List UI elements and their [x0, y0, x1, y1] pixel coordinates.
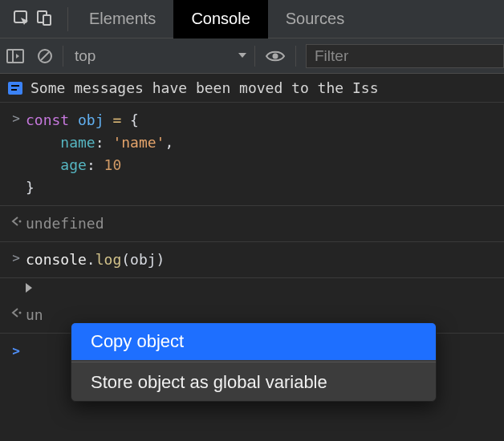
- console-return-value: undefined: [26, 212, 104, 235]
- issues-banner-text: Some messages have been moved to the Iss: [30, 79, 378, 96]
- filter-placeholder: Filter: [315, 47, 348, 65]
- tab-label: Sources: [286, 10, 344, 28]
- svg-point-8: [19, 220, 22, 223]
- console-input-row: console.log(obj): [0, 242, 504, 278]
- input-chevron-icon: [6, 109, 26, 199]
- context-menu: Copy object Store object as global varia…: [71, 322, 437, 402]
- console-code: console.log(obj): [26, 249, 165, 271]
- console-input-row: const obj = { name: 'name', age: 10 }: [0, 103, 504, 206]
- tab-elements[interactable]: Elements: [71, 0, 173, 38]
- console-sidebar-toggle[interactable]: [0, 38, 30, 73]
- context-label: top: [75, 47, 96, 65]
- context-selector[interactable]: top: [67, 38, 251, 73]
- disclosure-triangle-icon[interactable]: [26, 283, 32, 293]
- console-object-output[interactable]: [0, 278, 504, 297]
- issues-icon[interactable]: [8, 82, 22, 95]
- svg-rect-2: [43, 15, 51, 25]
- tab-console[interactable]: Console: [173, 0, 267, 38]
- menu-separator: [71, 362, 436, 362]
- device-toggle-icon[interactable]: [35, 9, 53, 30]
- console-code: const obj = { name: 'name', age: 10 }: [26, 109, 173, 199]
- prompt-chevron-icon: [6, 342, 26, 361]
- live-expression-button[interactable]: [258, 38, 292, 73]
- tab-label: Elements: [89, 10, 156, 28]
- output-chevron-icon: [6, 304, 26, 326]
- inspect-icon[interactable]: [13, 9, 30, 30]
- svg-point-9: [19, 312, 22, 314]
- menu-item-store-global[interactable]: Store object as global variable: [71, 364, 436, 401]
- svg-rect-3: [7, 50, 23, 63]
- output-chevron-icon: [6, 212, 26, 235]
- clear-console-button[interactable]: [30, 38, 59, 73]
- menu-item-copy-object[interactable]: Copy object: [71, 323, 436, 360]
- tab-sources[interactable]: Sources: [268, 0, 362, 38]
- chevron-down-icon: [237, 47, 248, 65]
- input-chevron-icon: [6, 249, 26, 271]
- console-output-row: undefined: [0, 206, 504, 242]
- tab-label: Console: [191, 10, 250, 28]
- menu-item-label: Store object as global variable: [91, 372, 327, 392]
- filter-input[interactable]: Filter: [306, 44, 504, 68]
- svg-point-7: [273, 53, 278, 59]
- svg-line-6: [41, 52, 49, 60]
- console-return-value: un: [26, 304, 43, 326]
- menu-item-label: Copy object: [91, 331, 184, 351]
